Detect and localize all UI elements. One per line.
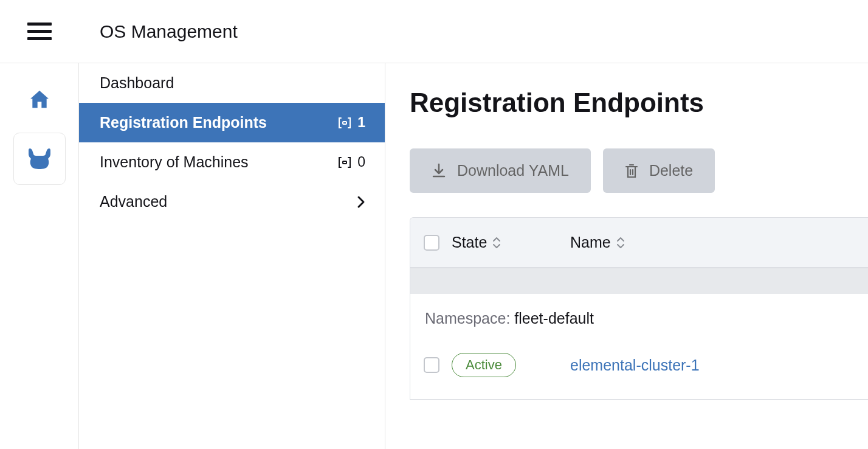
- svg-rect-1: [27, 30, 52, 33]
- nav-count-group: 1: [338, 114, 365, 131]
- nav-item-dashboard[interactable]: Dashboard: [79, 63, 385, 103]
- column-label: State: [452, 234, 487, 251]
- table-row: Active elemental-cluster-1: [410, 338, 868, 399]
- nav-label: Inventory of Machines: [100, 153, 249, 171]
- nav-label: Dashboard: [100, 74, 174, 92]
- bull-icon: [25, 147, 54, 171]
- nav-item-registration-endpoints[interactable]: Registration Endpoints 1: [79, 103, 385, 142]
- home-icon: [27, 88, 52, 112]
- hamburger-icon: [27, 23, 52, 41]
- nav-count: 0: [357, 154, 365, 170]
- namespace-value: fleet-default: [514, 310, 594, 327]
- column-header-state[interactable]: State: [452, 234, 558, 251]
- namespace-label: Namespace:: [425, 310, 514, 327]
- chevron-right-icon: [357, 195, 365, 209]
- select-all-checkbox[interactable]: [424, 235, 439, 251]
- action-row: Download YAML Delete: [410, 148, 868, 193]
- trash-icon: [625, 163, 638, 179]
- table-header: State Name: [410, 218, 868, 268]
- page-title: OS Management: [79, 21, 238, 42]
- resource-icon: [338, 117, 351, 129]
- svg-rect-0: [27, 23, 52, 26]
- content-area: Registration Endpoints Download YAML Del…: [385, 63, 868, 449]
- table: State Name Namespace: fleet-default: [410, 217, 868, 400]
- namespace-group-header: Namespace: fleet-default: [410, 294, 868, 338]
- product-button[interactable]: [13, 133, 66, 185]
- button-label: Delete: [649, 162, 693, 179]
- nav-label: Registration Endpoints: [100, 114, 267, 131]
- hamburger-menu-button[interactable]: [0, 23, 79, 41]
- resource-icon: [338, 156, 351, 169]
- nav-item-inventory[interactable]: Inventory of Machines 0: [79, 142, 385, 182]
- download-icon: [432, 163, 446, 179]
- nav-count-group: 0: [338, 154, 365, 170]
- delete-button[interactable]: Delete: [603, 148, 715, 193]
- sort-icon: [492, 236, 501, 249]
- download-yaml-button[interactable]: Download YAML: [410, 148, 591, 193]
- column-header-name[interactable]: Name: [570, 234, 855, 251]
- group-spacer: [410, 268, 868, 294]
- sort-icon: [616, 236, 625, 249]
- top-bar: OS Management: [0, 0, 868, 63]
- svg-rect-3: [343, 122, 346, 124]
- nav-item-advanced[interactable]: Advanced: [79, 182, 385, 221]
- column-label: Name: [570, 234, 611, 251]
- side-nav: Dashboard Registration Endpoints 1 Inven…: [79, 63, 385, 449]
- row-checkbox[interactable]: [424, 357, 439, 373]
- nav-label: Advanced: [100, 193, 167, 211]
- nav-count: 1: [357, 114, 365, 131]
- status-badge: Active: [452, 353, 516, 377]
- svg-rect-2: [27, 37, 52, 40]
- svg-rect-4: [343, 161, 346, 164]
- home-button[interactable]: [27, 88, 52, 114]
- icon-rail: [0, 63, 79, 449]
- button-label: Download YAML: [457, 162, 569, 179]
- content-title: Registration Endpoints: [410, 88, 868, 118]
- row-name-link[interactable]: elemental-cluster-1: [570, 357, 700, 374]
